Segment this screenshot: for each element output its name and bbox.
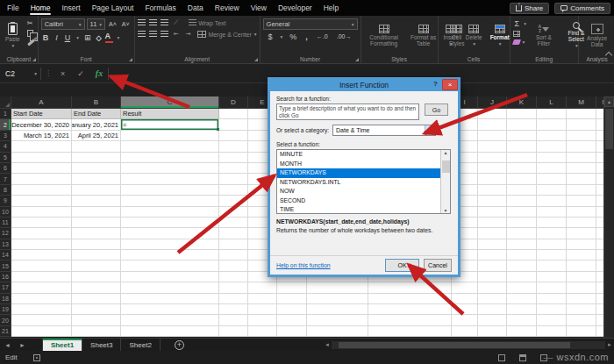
align-center-icon[interactable] [149,31,157,38]
cell-B10[interactable] [72,207,121,218]
menu-tab-data[interactable]: Data [186,0,205,16]
cell-C21[interactable] [121,326,219,337]
cell-B14[interactable] [72,250,121,261]
cell-E17[interactable] [248,282,277,293]
sheet-tab-sheet1[interactable]: Sheet1 [42,339,82,351]
cell-D2[interactable] [219,119,248,130]
normal-view-icon[interactable] [498,354,505,361]
col-header-B[interactable]: B [72,96,121,109]
cell-D13[interactable] [219,239,248,250]
font-name-dropdown[interactable]: Calibri▾ [41,18,85,30]
cell-L14[interactable] [537,250,567,261]
autosum-button[interactable]: Σ [513,19,522,28]
cell-C17[interactable] [121,282,219,293]
cell-G20[interactable] [307,315,368,325]
cell-L13[interactable] [537,239,567,250]
cell-A16[interactable] [11,272,72,282]
cell-H17[interactable] [368,282,452,293]
cell-D15[interactable] [219,261,248,271]
hscroll-track[interactable] [332,341,605,349]
cell-B5[interactable] [72,153,121,163]
cell-B4[interactable] [72,141,121,152]
sort-filter-button[interactable]: AZ Sort & Filter [529,18,559,53]
align-left-icon[interactable] [138,31,146,38]
row-header-19[interactable]: 19 [0,304,11,315]
cell-B13[interactable] [72,239,121,250]
percent-button[interactable]: % [288,32,298,41]
cell-A19[interactable] [11,304,72,315]
cell-L4[interactable] [537,141,567,152]
cell-C9[interactable] [121,196,219,206]
cell-C18[interactable] [121,294,219,304]
category-dropdown-arrow-icon[interactable]: ▼ [425,125,435,135]
paste-button[interactable]: Paste ▾ [3,18,23,53]
align-bottom-icon[interactable] [161,19,168,26]
cell-M9[interactable] [567,196,596,206]
cell-K1[interactable] [507,109,537,119]
col-header-C[interactable]: C [121,96,219,109]
cell-J1[interactable] [478,109,507,119]
cell-L9[interactable] [537,196,567,206]
row-header-7[interactable]: 7 [0,174,11,184]
list-scroll-down-icon[interactable]: ▼ [444,208,448,213]
cell-K16[interactable] [507,272,537,282]
cell-A9[interactable] [11,196,72,206]
cell-K6[interactable] [507,163,537,174]
cell-M19[interactable] [567,304,596,315]
cell-B21[interactable] [72,326,121,337]
cell-F20[interactable] [277,315,307,325]
new-sheet-button[interactable]: + [175,340,184,350]
go-button[interactable]: Go [425,103,448,116]
conditional-formatting-button[interactable]: Conditional Formatting [364,18,404,53]
cell-M5[interactable] [567,153,596,163]
cell-J5[interactable] [478,153,507,163]
cell-C14[interactable] [121,250,219,261]
cell-C8[interactable] [121,185,219,196]
cell-K19[interactable] [507,304,537,315]
cell-K17[interactable] [507,282,537,293]
menu-tab-home[interactable]: Home [29,0,53,16]
dialog-title-bar[interactable]: Insert Function ? × [269,79,459,91]
cell-D1[interactable] [219,109,248,119]
clear-button[interactable] [511,39,520,45]
cell-D7[interactable] [219,174,248,184]
cell-K11[interactable] [507,218,537,228]
cell-B16[interactable] [72,272,121,282]
menu-tab-insert[interactable]: Insert [60,0,82,16]
analyze-data-button[interactable]: Analyze Data [582,18,613,53]
cell-I18[interactable] [452,294,478,304]
col-header-L[interactable]: L [537,96,567,109]
underline-button[interactable]: U [63,33,73,42]
cell-M20[interactable] [567,315,596,325]
col-header-K[interactable]: K [507,96,537,109]
cell-A17[interactable] [11,282,72,293]
cell-B9[interactable] [72,196,121,206]
col-header-M[interactable]: M [567,96,596,109]
function-item-minute[interactable]: MINUTE [277,150,450,160]
row-header-9[interactable]: 9 [0,196,11,206]
cell-H19[interactable] [368,304,452,315]
function-item-second[interactable]: SECOND [277,196,450,206]
function-item-month[interactable]: MONTH [277,160,450,169]
increase-decimal-button[interactable]: ←.0 [315,32,330,41]
cell-F17[interactable] [277,282,307,293]
category-dropdown[interactable]: Date & Time ▼ [332,125,436,136]
search-function-input[interactable]: Type a brief description of what you wan… [276,103,419,120]
row-header-4[interactable]: 4 [0,141,11,152]
cell-K15[interactable] [507,261,537,271]
cell-J18[interactable] [478,294,507,304]
cell-D12[interactable] [219,228,248,239]
cell-D16[interactable] [219,272,248,282]
decrease-decimal-button[interactable]: .00→ [335,32,353,41]
sheet-tab-sheet2[interactable]: Sheet2 [121,339,160,351]
decrease-indent-button[interactable]: ⇤ [172,30,181,39]
function-item-time[interactable]: TIME [277,205,450,214]
fill-color-button[interactable]: ◇ [96,34,101,42]
cell-L1[interactable] [537,109,567,119]
insert-function-button[interactable]: fx [90,68,108,78]
comma-style-button[interactable]: , [303,32,310,41]
cell-B8[interactable] [72,185,121,196]
cell-F18[interactable] [277,294,307,304]
cell-A14[interactable] [11,250,72,261]
cell-K7[interactable] [507,174,537,184]
